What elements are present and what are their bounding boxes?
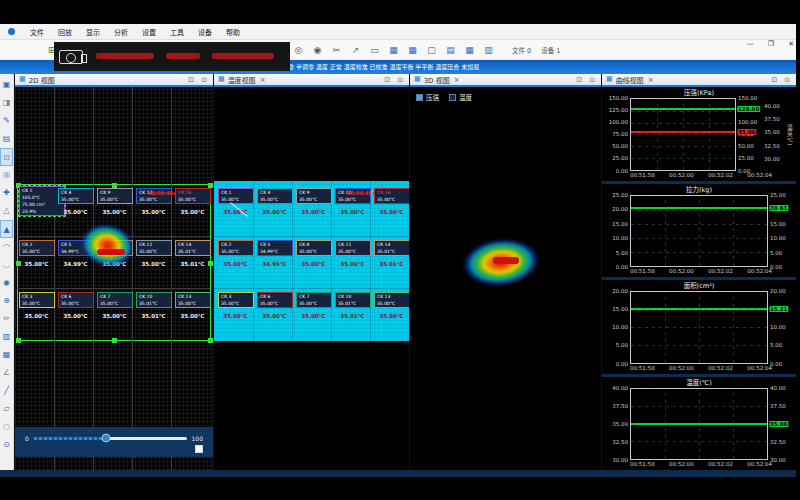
expand-icon[interactable]: ⊡ (186, 76, 196, 84)
surface-3d-canvas[interactable]: 压强温度 (410, 87, 601, 470)
measure-box-CK10[interactable]: CK 1035.01℃ (136, 292, 172, 308)
close-icon[interactable]: ✕ (788, 40, 794, 48)
measure-box-CK1[interactable]: CK 135.00℃ (218, 188, 254, 204)
chart-body: 25.0020.0015.0010.005.000.0020.6125.0020… (604, 195, 794, 268)
grid-view-icon[interactable]: ▦ (384, 41, 403, 59)
menu-item-回放[interactable]: 回放 (51, 25, 79, 39)
minimize-icon[interactable]: — (747, 40, 754, 48)
playback-slider[interactable]: 0100 (25, 433, 203, 443)
measure-box-CK14[interactable]: CK 1435.01℃ (175, 240, 211, 256)
panel-2d-header[interactable]: ▦ 2D 视图 ⊡ ⊙ (15, 74, 213, 87)
roi-handle[interactable] (112, 338, 117, 343)
triangle-tool[interactable]: △ (0, 202, 13, 220)
y-tick: 5.00 (770, 342, 782, 348)
maximize-icon[interactable]: ❐ (768, 40, 774, 48)
expand-icon[interactable]: ⊡ (769, 76, 779, 84)
menu-item-设置[interactable]: 设置 (135, 25, 163, 39)
grid-row-line (214, 236, 409, 237)
monitor-icon[interactable]: ▢ (422, 41, 441, 59)
measure-box-CK5[interactable]: CK 534.99℃ (257, 240, 293, 256)
export-region-tool[interactable]: ⊙ (0, 436, 13, 454)
menu-item-工具[interactable]: 工具 (163, 25, 191, 39)
close-icon[interactable]: × (260, 76, 266, 84)
menu-item-显示[interactable]: 显示 (79, 25, 107, 39)
cross-tool[interactable]: ✚ (0, 184, 13, 202)
expand-icon[interactable]: ⊡ (574, 76, 584, 84)
grid-view-2-icon[interactable]: ▦ (403, 41, 422, 59)
point-tool[interactable]: ◉ (0, 274, 13, 292)
measure-box-CK8[interactable]: CK 835.00℃ (296, 240, 332, 256)
temperature-grid-canvas[interactable]: CK 135.00℃35.00℃CK 435.00℃35.00℃CK 935.0… (214, 87, 409, 470)
menu-item-分析[interactable]: 分析 (107, 25, 135, 39)
brush-tool[interactable]: ✎ (0, 112, 13, 130)
legend-item-温度[interactable]: 温度 (449, 92, 472, 102)
measure-box-CK11[interactable]: CK 1135.00℃ (335, 240, 371, 256)
crop-icon[interactable]: ▭ (365, 41, 384, 59)
list-tool[interactable]: ▤ (0, 130, 13, 148)
close-icon[interactable]: × (454, 76, 460, 84)
measure-box-CK2[interactable]: CK 235.00℃ (19, 240, 55, 256)
channel-temp: 35.00℃ (221, 301, 251, 308)
measure-box-CK16[interactable]: CK 1635.00℃ (374, 188, 409, 204)
table-view-icon[interactable]: ▤ (441, 41, 460, 59)
line-tool[interactable]: ╱ (0, 382, 13, 400)
y2-tick: 32.50 (764, 143, 780, 149)
slider-track[interactable] (34, 437, 187, 440)
panel-curves-header[interactable]: ▦ 曲线视图 × ⊡ ⊙ (602, 74, 796, 87)
matrix-view-icon[interactable]: ▦ (460, 41, 479, 59)
cut-icon[interactable]: ✂ (327, 41, 346, 59)
measure-box-CK3[interactable]: CK 335.00℃ (218, 292, 254, 308)
roi-handle[interactable] (16, 338, 21, 343)
measure-box-CK14[interactable]: CK 1435.01℃ (374, 240, 409, 256)
circle-tool[interactable]: ○ (0, 418, 13, 436)
region-tool[interactable]: ⊡ (0, 148, 13, 166)
slider-handle[interactable] (101, 434, 110, 443)
measure-box-CK16[interactable]: CK 1635.00℃ (175, 188, 211, 204)
arc-down-tool[interactable]: ◡ (0, 256, 13, 274)
layers-tool[interactable]: ◨ (0, 94, 13, 112)
grid-tool[interactable]: ▦ (0, 346, 13, 364)
measure-box-CK13[interactable]: CK 1335.00℃ (175, 292, 211, 308)
close-icon[interactable]: × (648, 76, 654, 84)
measure-box-CK6[interactable]: CK 635.00℃ (58, 292, 94, 308)
angle-tool[interactable]: ∠ (0, 364, 13, 382)
thermal-2d-canvas[interactable]: CK 1105.0℃75.00 cm²23.9%CK 435.00℃35.00℃… (15, 87, 213, 470)
panel-temp-header[interactable]: ▦ 温度视图 × ⊡ ⊙ (214, 74, 409, 87)
legend-item-压强[interactable]: 压强 (416, 92, 439, 102)
measure-box-CK7[interactable]: CK 735.00℃ (97, 292, 133, 308)
expand-icon[interactable]: ⊡ (382, 76, 392, 84)
measure-box-CK2[interactable]: CK 235.00℃ (218, 240, 254, 256)
arc-up-tool[interactable]: ◠ (0, 238, 13, 256)
settings-icon[interactable]: ⊙ (587, 76, 597, 84)
record-icon[interactable]: ◎ (289, 41, 308, 59)
measure-box-CK7[interactable]: CK 735.00℃ (296, 292, 332, 308)
pen-tool[interactable]: ✏ (0, 310, 13, 328)
measure-box-CK13[interactable]: CK 1335.00℃ (374, 292, 409, 308)
chart-view-icon[interactable]: ▥ (479, 41, 498, 59)
menu-item-设备[interactable]: 设备 (191, 25, 219, 39)
probe-tool[interactable]: ⊕ (0, 292, 13, 310)
measure-box-CK4[interactable]: CK 435.00℃ (58, 188, 94, 204)
temperature-reading: 35.01℃ (134, 313, 173, 319)
measure-box-CK9[interactable]: CK 935.00℃ (97, 188, 133, 204)
record-active-icon[interactable]: ◉ (308, 41, 327, 59)
menu-item-文件[interactable]: 文件 (23, 25, 51, 39)
export-icon[interactable]: ↗ (346, 41, 365, 59)
pointer-tool[interactable]: ▣ (0, 76, 13, 94)
option-checkbox[interactable] (195, 445, 203, 453)
triangle-solid-tool[interactable]: ▲ (0, 220, 13, 238)
measure-box-CK10[interactable]: CK 1035.01℃ (335, 292, 371, 308)
settings-icon[interactable]: ⊙ (199, 76, 209, 84)
polygon-tool[interactable]: ▱ (0, 400, 13, 418)
panel-3d-header[interactable]: ▦ 3D 视图 × ⊡ ⊙ (410, 74, 601, 87)
measure-box-CK9[interactable]: CK 935.00℃ (296, 188, 332, 204)
x-axis: 00:51:5800:52:0000:52:0200:52:04 (604, 364, 794, 373)
settings-icon[interactable]: ⊙ (395, 76, 405, 84)
settings-icon[interactable]: ⊙ (782, 76, 792, 84)
rows-tool[interactable]: ▥ (0, 328, 13, 346)
menu-item-帮助[interactable]: 帮助 (219, 25, 247, 39)
measure-box-CK3[interactable]: CK 335.00℃ (19, 292, 55, 308)
measure-box-CK4[interactable]: CK 435.00℃ (257, 188, 293, 204)
measure-box-CK6[interactable]: CK 635.00℃ (257, 292, 293, 308)
target-tool[interactable]: ◎ (0, 166, 13, 184)
